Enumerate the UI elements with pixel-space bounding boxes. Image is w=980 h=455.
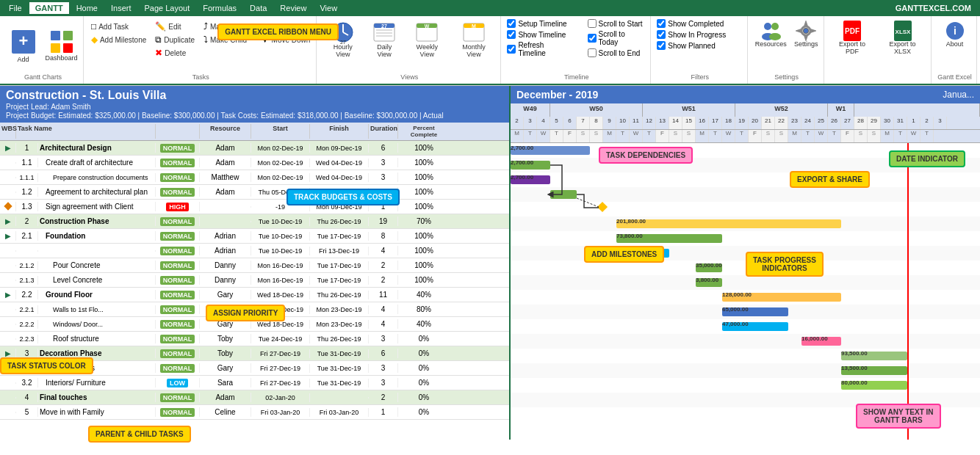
january-label: Janua... xyxy=(943,90,974,100)
resource-cell: Toby xyxy=(200,334,251,343)
export-pdf-btn[interactable]: PDF Export to PDF xyxy=(830,19,874,57)
menu-home[interactable]: Home xyxy=(71,2,104,14)
wbs-cell: 4 xyxy=(16,393,38,402)
show-planned-checkbox[interactable] xyxy=(657,41,666,50)
menu-data[interactable]: Data xyxy=(244,2,273,14)
gantt-val-deco: 93,500.00 xyxy=(841,350,868,357)
task-name-cell: Foundation xyxy=(38,231,156,241)
menu-bar: File GANTT Home Insert Page Layout Formu… xyxy=(0,0,980,16)
priority-cell: NORMAL xyxy=(156,275,200,285)
scroll-today-check[interactable]: Scroll to Today xyxy=(588,30,646,46)
scroll-end-checkbox[interactable] xyxy=(588,48,597,57)
add-milestone-btn[interactable]: ◆ Add Milestone xyxy=(89,34,148,46)
duration-cell: 3 xyxy=(369,158,398,167)
resource-cell xyxy=(200,206,251,208)
svg-rect-2 xyxy=(51,31,60,40)
show-inprogress-checkbox[interactable] xyxy=(657,30,666,39)
about-btn[interactable]: i About xyxy=(942,19,968,50)
resource-cell: Adrian xyxy=(200,246,251,255)
scroll-start-checkbox[interactable] xyxy=(588,19,597,28)
task-name-cell: Final touches xyxy=(38,393,156,402)
wbs-cell: 2.1.3 xyxy=(16,276,38,285)
day-25: 25 xyxy=(815,117,828,130)
priority-cell: NORMAL xyxy=(156,172,200,182)
duplicate-btn[interactable]: ⧉ Duplicate xyxy=(153,34,197,46)
show-timeline-check[interactable]: Show Timeline xyxy=(507,30,572,39)
priority-cell: NORMAL xyxy=(156,246,200,255)
refresh-timeline-checkbox[interactable] xyxy=(507,45,516,54)
show-planned-check[interactable]: Show Planned xyxy=(657,41,716,50)
resource-cell xyxy=(200,221,251,222)
task-name-cell: Construction Phase xyxy=(38,216,156,226)
expand-btn[interactable]: ▶ xyxy=(0,231,16,241)
scroll-end-check[interactable]: Scroll to End xyxy=(588,48,646,57)
menu-insert[interactable]: Insert xyxy=(105,2,137,14)
daily-view-btn[interactable]: 27 Daily View xyxy=(366,19,402,60)
show-completed-checkbox[interactable] xyxy=(657,19,666,28)
duration-cell: 3 xyxy=(369,172,398,182)
project-title: Construction - St. Louis Villa xyxy=(6,89,503,102)
percent-cell: 100% xyxy=(398,187,450,197)
week-w51: W51 xyxy=(643,103,735,117)
expand-btn[interactable]: ▶ xyxy=(0,290,16,299)
resource-cell: Celine xyxy=(200,407,251,417)
menu-view[interactable]: View xyxy=(314,2,343,14)
percent-cell: 100% xyxy=(398,143,450,153)
menu-file[interactable]: File xyxy=(3,2,28,14)
priority-cell: NORMAL xyxy=(156,363,200,373)
menu-pagelayout[interactable]: Page Layout xyxy=(138,2,195,14)
show-completed-check[interactable]: Show Completed xyxy=(657,19,724,28)
menu-formulas[interactable]: Formulas xyxy=(197,2,242,14)
day-2: 2 xyxy=(511,117,524,130)
expand-btn[interactable]: ▶ xyxy=(0,216,16,226)
setup-timeline-checkbox[interactable] xyxy=(507,19,516,28)
settings-btn[interactable]: Settings xyxy=(793,19,820,50)
resource-cell: Adam xyxy=(200,187,251,197)
day-3: 3 xyxy=(524,117,537,130)
menu-gantt[interactable]: GANTT xyxy=(29,2,69,14)
add-task-btn[interactable]: □ Add Task xyxy=(89,21,148,32)
delete-btn[interactable]: ✖ Delete xyxy=(153,47,197,59)
gantt-val-foundation: 73,800.00 xyxy=(616,233,643,239)
add-button[interactable]: + Add xyxy=(7,26,40,65)
wbs-cell: 2.1 xyxy=(16,231,38,241)
scroll-start-check[interactable]: Scroll to Start xyxy=(588,19,646,28)
percent-cell: 100% xyxy=(398,261,450,270)
col-priority xyxy=(156,124,200,139)
filters-group: Show Completed Show In Progress Show Pla… xyxy=(652,16,748,84)
monthly-view-btn[interactable]: M Monthly View xyxy=(452,19,497,60)
day-1jan: 1 xyxy=(907,117,920,130)
weekly-view-btn[interactable]: W Weekly View xyxy=(406,19,449,60)
menu-review[interactable]: Review xyxy=(274,2,312,14)
ribbon: + Add Dashboard xyxy=(0,16,980,86)
wbs-cell: 1.2 xyxy=(16,187,38,197)
duration-cell: 11 xyxy=(369,290,398,299)
edit-btn[interactable]: ✏️ Edit xyxy=(153,21,197,32)
setup-timeline-check[interactable]: Setup Timeline xyxy=(507,19,572,28)
day-17: 17 xyxy=(709,117,722,130)
project-lead: Project Lead: Adam Smith xyxy=(6,103,503,111)
table-row: 1.3 Sign agreement with Client HIGH -19 … xyxy=(0,200,509,214)
svg-point-28 xyxy=(804,29,808,33)
svg-text:XLSX: XLSX xyxy=(895,29,911,35)
scroll-today-checkbox[interactable] xyxy=(588,34,597,43)
finish-cell: Tue 31-Dec-19 xyxy=(310,349,369,358)
gantt-val-construction: 201,800.00 xyxy=(616,218,646,225)
task-name-cell: Prepare construction documents xyxy=(38,173,156,182)
percent-cell: 100% xyxy=(398,231,450,241)
duration-cell: 6 xyxy=(369,143,398,153)
show-inprogress-check[interactable]: Show In Progress xyxy=(657,30,726,39)
dashboard-button[interactable]: Dashboard xyxy=(44,27,79,64)
wbs-cell: 1 xyxy=(16,143,38,153)
show-timeline-checkbox[interactable] xyxy=(507,30,516,39)
export-xlsx-btn[interactable]: XLSX Export to XLSX xyxy=(879,19,926,57)
refresh-timeline-check[interactable]: Refresh Timeline xyxy=(507,41,572,57)
resources-btn[interactable]: Resources xyxy=(754,19,788,50)
expand-btn[interactable]: ▶ xyxy=(0,143,16,153)
gantt-val-arch: 2,700.00 xyxy=(511,145,533,151)
task-rows: ▶ 1 Architectural Design NORMAL Adam Mon… xyxy=(0,141,509,440)
start-cell: Mon 16-Dec-19 xyxy=(251,261,310,270)
duration-cell: 4 xyxy=(369,246,398,255)
right-panel: December - 2019 Janua... EXPORT & SHARE … xyxy=(511,86,980,440)
percent-cell: 0% xyxy=(398,407,450,417)
